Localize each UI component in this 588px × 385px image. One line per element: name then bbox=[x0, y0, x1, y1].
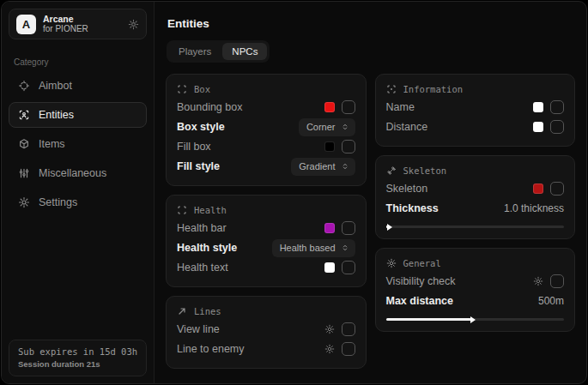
app-window: A Arcane for PIONER Category Aimbot Enti… bbox=[1, 1, 587, 384]
card-title: Lines bbox=[194, 306, 221, 316]
card-title: Information bbox=[403, 84, 464, 94]
box-style-dropdown[interactable]: Corner bbox=[299, 118, 355, 136]
setting-row-skeleton: Skeleton bbox=[386, 179, 565, 198]
sidebar-item-items[interactable]: Items bbox=[9, 131, 147, 157]
sidebar-item-settings[interactable]: Settings bbox=[9, 189, 147, 215]
checkbox[interactable] bbox=[342, 140, 355, 153]
entity-type-tabs: Players NPCs bbox=[167, 40, 270, 63]
checkbox[interactable] bbox=[342, 221, 355, 235]
sidebar-item-aimbot[interactable]: Aimbot bbox=[9, 73, 147, 99]
fill-style-dropdown[interactable]: Gradient bbox=[291, 158, 355, 176]
health-card: Health Health bar Health style Health ba… bbox=[166, 195, 367, 287]
setting-label: Box style bbox=[177, 121, 225, 133]
row-controls bbox=[533, 120, 564, 134]
slider-fill bbox=[386, 226, 388, 228]
diagonal-arrow-icon bbox=[177, 306, 187, 316]
setting-row-max-distance: Max distance 500m bbox=[386, 292, 565, 310]
skeleton-card: Skeleton Skeleton Thickness 1.0 thicknes… bbox=[375, 155, 576, 239]
setting-row-bounding-box: Bounding box bbox=[177, 98, 355, 117]
checkbox[interactable] bbox=[342, 342, 355, 356]
setting-label: Skeleton bbox=[386, 183, 428, 195]
general-card: General Visibility check Max distance 50… bbox=[375, 248, 576, 332]
crosshair-icon bbox=[18, 80, 30, 92]
settings-columns: Box Bounding box Box style Corner bbox=[166, 74, 575, 369]
dropdown-value: Corner bbox=[306, 122, 336, 132]
gear-icon bbox=[18, 196, 30, 208]
setting-label: View line bbox=[177, 323, 220, 335]
session-duration-text: Session duration 21s bbox=[18, 359, 137, 369]
card-title: Skeleton bbox=[403, 165, 447, 176]
slider-track[interactable] bbox=[386, 318, 565, 321]
setting-label: Max distance bbox=[386, 295, 454, 307]
color-swatch[interactable] bbox=[324, 102, 335, 112]
checkbox[interactable] bbox=[342, 261, 355, 274]
thickness-slider[interactable] bbox=[386, 224, 565, 229]
setting-label: Health bar bbox=[177, 222, 227, 234]
checkbox[interactable] bbox=[550, 274, 564, 288]
setting-row-view-line: View line bbox=[177, 320, 355, 339]
row-controls bbox=[533, 182, 564, 196]
health-card-header: Health bbox=[177, 202, 355, 218]
crop-corners-icon bbox=[177, 84, 187, 94]
right-column: Information Name Distance bbox=[375, 74, 576, 332]
row-controls bbox=[324, 342, 355, 356]
color-swatch[interactable] bbox=[324, 262, 335, 273]
gear-icon[interactable] bbox=[128, 19, 139, 30]
unfold-icon bbox=[341, 244, 349, 252]
lines-card-header: Lines bbox=[177, 304, 355, 319]
color-swatch[interactable] bbox=[324, 141, 335, 152]
slider-thumb[interactable] bbox=[470, 316, 476, 323]
health-style-dropdown[interactable]: Health based bbox=[272, 239, 355, 257]
tab-players[interactable]: Players bbox=[169, 43, 221, 60]
setting-label: Health style bbox=[177, 242, 237, 254]
setting-label: Health text bbox=[177, 262, 228, 274]
checkbox[interactable] bbox=[550, 182, 564, 196]
max-distance-slider[interactable] bbox=[386, 316, 565, 322]
bone-icon bbox=[386, 165, 397, 176]
setting-row-fill-style: Fill style Gradient bbox=[177, 157, 355, 176]
setting-label: Distance bbox=[386, 121, 428, 133]
color-swatch[interactable] bbox=[533, 102, 543, 112]
setting-row-health-text: Health text bbox=[177, 258, 355, 277]
brand-text: Arcane for PIONER bbox=[43, 14, 88, 34]
gear-icon[interactable] bbox=[533, 276, 543, 286]
checkbox[interactable] bbox=[550, 120, 564, 134]
information-card-header: Information bbox=[386, 81, 565, 97]
slider-track[interactable] bbox=[386, 226, 565, 228]
sidebar-item-miscellaneous[interactable]: Miscellaneous bbox=[9, 160, 147, 186]
setting-row-distance: Distance bbox=[386, 117, 565, 136]
sidebar-item-label: Items bbox=[39, 138, 65, 150]
setting-row-line-to-enemy: Line to enemy bbox=[177, 340, 355, 358]
gear-icon[interactable] bbox=[324, 324, 335, 334]
gear-icon[interactable] bbox=[324, 344, 335, 354]
slider-thumb[interactable] bbox=[387, 224, 392, 231]
color-swatch[interactable] bbox=[533, 183, 543, 194]
row-controls bbox=[324, 322, 355, 336]
unfold-icon bbox=[341, 123, 349, 131]
sidebar-item-entities[interactable]: Entities bbox=[9, 102, 147, 128]
gear-icon bbox=[386, 258, 397, 268]
slider-fill bbox=[386, 318, 472, 321]
checkbox[interactable] bbox=[342, 322, 355, 336]
checkbox[interactable] bbox=[342, 100, 355, 114]
brand-subtitle: for PIONER bbox=[43, 24, 88, 34]
sidebar-spacer bbox=[2, 217, 154, 333]
slider-value: 1.0 thickness bbox=[504, 202, 564, 214]
checkbox[interactable] bbox=[550, 100, 564, 114]
color-swatch[interactable] bbox=[533, 122, 543, 132]
slider-value: 500m bbox=[538, 295, 564, 307]
setting-label: Thickness bbox=[386, 202, 439, 214]
package-icon bbox=[18, 138, 30, 150]
card-title: Box bbox=[194, 84, 210, 94]
color-swatch[interactable] bbox=[324, 223, 335, 233]
brand-logo: A bbox=[16, 15, 36, 34]
brand-card: A Arcane for PIONER bbox=[9, 9, 147, 39]
tab-npcs[interactable]: NPCs bbox=[222, 43, 267, 60]
setting-label: Name bbox=[386, 101, 415, 113]
box-card-header: Box bbox=[177, 81, 355, 97]
sidebar-nav: Aimbot Entities Items Miscellaneous Sett… bbox=[2, 71, 154, 217]
box-card: Box Bounding box Box style Corner bbox=[166, 74, 367, 186]
setting-label: Bounding box bbox=[177, 101, 242, 113]
main-content: Entities Players NPCs Box Bounding box bbox=[155, 2, 586, 383]
setting-label: Fill style bbox=[177, 160, 220, 172]
